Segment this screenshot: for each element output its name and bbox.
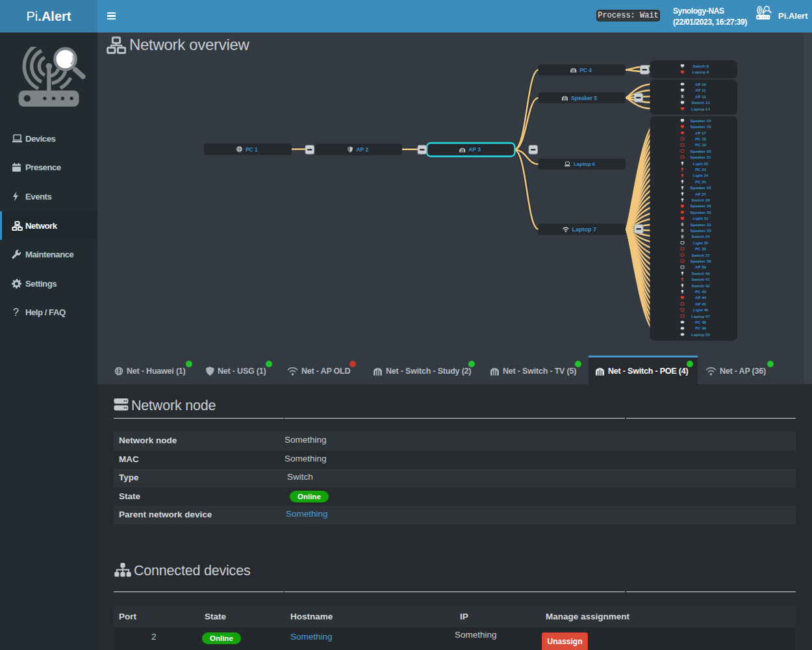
svg-text:AP 11: AP 11 bbox=[695, 88, 706, 92]
svg-text:AP 17: AP 17 bbox=[695, 131, 706, 135]
svg-text:AP 2: AP 2 bbox=[356, 146, 368, 153]
svg-text:Speaker 15: Speaker 15 bbox=[690, 118, 711, 123]
svg-text:PC 18: PC 18 bbox=[695, 136, 707, 141]
svg-text:Light 31: Light 31 bbox=[693, 216, 709, 220]
svg-text:Laptop 6: Laptop 6 bbox=[574, 161, 596, 167]
svg-text:Speaker 16: Speaker 16 bbox=[690, 124, 711, 129]
svg-text:Laptop 50: Laptop 50 bbox=[691, 332, 710, 337]
svg-text:Speaker 5: Speaker 5 bbox=[571, 95, 597, 101]
svg-text:Light 22: Light 22 bbox=[693, 161, 709, 166]
svg-text:Switch 40: Switch 40 bbox=[691, 271, 710, 276]
svg-text:Light 35: Light 35 bbox=[693, 240, 709, 245]
svg-text:AP 45: AP 45 bbox=[695, 302, 706, 306]
svg-text:Laptop 47: Laptop 47 bbox=[691, 314, 710, 318]
svg-text:AP 10: AP 10 bbox=[695, 82, 706, 86]
svg-text:Switch 34: Switch 34 bbox=[691, 234, 710, 239]
svg-text:AP 3: AP 3 bbox=[468, 146, 481, 153]
svg-text:PC 19: PC 19 bbox=[695, 142, 707, 147]
svg-text:Speaker 38: Speaker 38 bbox=[690, 259, 711, 263]
svg-text:PC 43: PC 43 bbox=[695, 289, 707, 294]
svg-text:PC 4: PC 4 bbox=[579, 67, 592, 73]
svg-text:Laptop 7: Laptop 7 bbox=[572, 226, 596, 233]
svg-text:Light 24: Light 24 bbox=[693, 173, 709, 177]
svg-text:PC 25: PC 25 bbox=[695, 179, 707, 184]
svg-text:Speaker 26: Speaker 26 bbox=[690, 185, 711, 190]
svg-text:Switch 37: Switch 37 bbox=[691, 253, 710, 257]
svg-text:Speaker 32: Speaker 32 bbox=[690, 222, 711, 227]
svg-text:Speaker 21: Speaker 21 bbox=[690, 155, 711, 159]
svg-text:Switch 42: Switch 42 bbox=[691, 283, 710, 288]
svg-text:PC 1: PC 1 bbox=[246, 146, 258, 153]
svg-text:AP 27: AP 27 bbox=[695, 192, 706, 196]
svg-text:Speaker 30: Speaker 30 bbox=[690, 210, 711, 214]
svg-text:Light 46: Light 46 bbox=[693, 307, 709, 312]
svg-text:AP 12: AP 12 bbox=[695, 94, 706, 99]
svg-text:Switch 13: Switch 13 bbox=[691, 100, 710, 105]
svg-text:Switch 41: Switch 41 bbox=[691, 277, 710, 281]
svg-text:AP 39: AP 39 bbox=[695, 265, 706, 269]
svg-text:Switch 8: Switch 8 bbox=[692, 64, 709, 68]
svg-text:PC 36: PC 36 bbox=[695, 246, 707, 251]
svg-text:Switch 28: Switch 28 bbox=[691, 198, 710, 202]
svg-text:Speaker 29: Speaker 29 bbox=[690, 203, 711, 208]
svg-text:Laptop 14: Laptop 14 bbox=[691, 107, 710, 111]
svg-text:PC 49: PC 49 bbox=[695, 326, 707, 330]
svg-text:Speaker 33: Speaker 33 bbox=[690, 228, 711, 233]
svg-text:Laptop 9: Laptop 9 bbox=[692, 70, 709, 74]
svg-text:AP 44: AP 44 bbox=[695, 295, 706, 300]
svg-text:Speaker 20: Speaker 20 bbox=[690, 149, 711, 153]
svg-text:PC 48: PC 48 bbox=[695, 320, 707, 324]
svg-text:PC 23: PC 23 bbox=[695, 167, 707, 172]
